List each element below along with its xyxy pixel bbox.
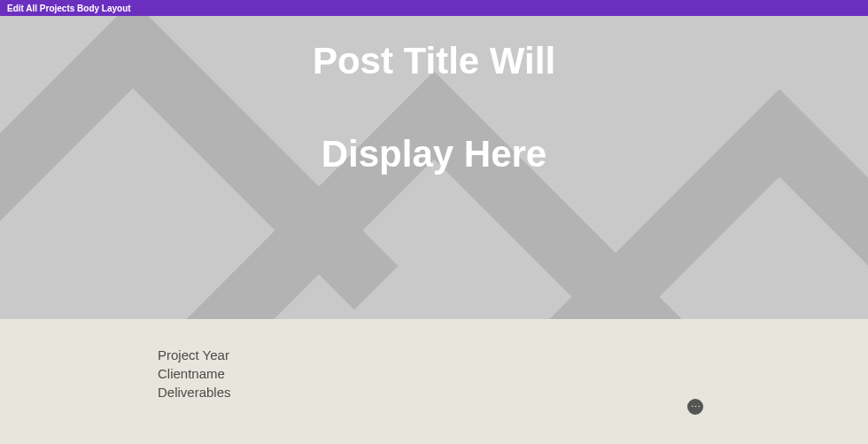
text-line-deliverables: Deliverables xyxy=(158,383,231,401)
content-text-block: Project Year Clientname Deliverables xyxy=(158,346,231,401)
floating-settings-button[interactable]: ⋯ xyxy=(686,397,705,417)
top-bar-title: Edit All Projects Body Layout xyxy=(7,4,131,13)
hero-title-line2: Display Here xyxy=(0,133,868,175)
top-bar: Edit All Projects Body Layout xyxy=(0,0,868,16)
text-line-project-year: Project Year xyxy=(158,346,231,364)
hero-title-line1: Post Title Will xyxy=(0,40,868,82)
text-line-clientname: Clientname xyxy=(158,364,231,383)
hero-area: Post Title Will Display Here xyxy=(0,0,868,319)
